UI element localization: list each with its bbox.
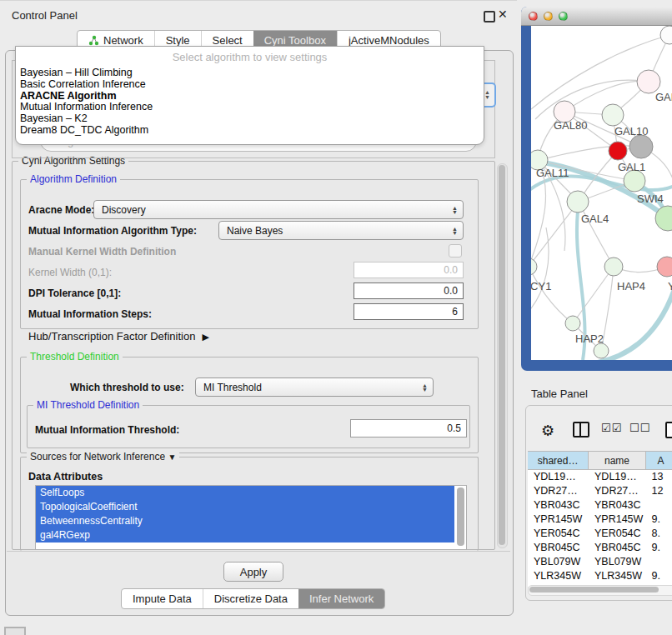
node-GAL1[interactable] xyxy=(609,142,627,160)
which-threshold-value: MI Threshold xyxy=(203,382,262,393)
node-GAL4[interactable] xyxy=(567,191,589,212)
mi-steps-value: 6 xyxy=(452,306,458,318)
table-row[interactable]: YDR27…YDR27…12 xyxy=(528,484,672,498)
dpi-tolerance-input[interactable]: 0.0 xyxy=(354,282,464,299)
tab-impute-data[interactable]: Impute Data xyxy=(122,589,203,608)
table-row[interactable]: YBL079WYBL079W xyxy=(528,555,672,569)
node-label-SWI4: SWI4 xyxy=(637,192,664,205)
table-rows: YDL19…YDL19…13YDR27…YDR27…12YBR043CYBR04… xyxy=(528,470,672,587)
settings-scrollbar-thumb[interactable] xyxy=(499,165,505,545)
column-header-name[interactable]: name xyxy=(589,452,646,469)
node-gray[interactable] xyxy=(629,135,653,158)
float-window-icon[interactable] xyxy=(484,11,495,22)
table-hscrollbar[interactable] xyxy=(528,585,672,596)
minimize-traffic-light[interactable] xyxy=(544,12,553,21)
aracne-mode-combo[interactable]: Discovery ▲▼ xyxy=(93,200,464,219)
document-icon[interactable] xyxy=(665,422,672,438)
tab-infer-network[interactable]: Infer Network xyxy=(298,589,384,608)
attribute-item-selected[interactable]: TopologicalCoefficient xyxy=(36,500,454,514)
hub-definition-toggle[interactable]: Hub/Transcription Factor Definition▶ xyxy=(28,330,209,342)
table-header-row: shared…nameA xyxy=(528,451,672,470)
attribute-item-selected[interactable]: BetweennessCentrality xyxy=(36,514,454,528)
table-row[interactable]: YER054CYER054C8. xyxy=(528,527,672,541)
minimized-panel-icon[interactable] xyxy=(4,627,26,635)
algorithm-option[interactable]: Mutual Information Inference xyxy=(16,102,484,113)
tab-discretize-data[interactable]: Discretize Data xyxy=(203,589,298,608)
sources-legend: Sources for Network Inference ▼ xyxy=(27,451,179,462)
table-cell: 12 xyxy=(646,484,672,498)
attribute-item-selected[interactable]: gal4RGexp xyxy=(36,528,454,542)
algorithm-option[interactable]: Bayesian – K2 xyxy=(16,113,484,125)
columns-icon[interactable] xyxy=(573,422,589,438)
aracne-mode-label: Aracne Mode: xyxy=(28,204,94,216)
table-cell: YER054C xyxy=(528,527,589,541)
tab-label: Select xyxy=(213,34,243,47)
mi-type-combo[interactable]: Naive Bayes ▲▼ xyxy=(218,221,464,240)
network-window-titlebar[interactable] xyxy=(521,7,672,26)
node-GAL10[interactable] xyxy=(602,104,624,126)
data-attributes-label: Data Attributes xyxy=(28,471,103,482)
node-top[interactable] xyxy=(660,26,672,44)
algorithm-option[interactable]: Bayesian – Hill Climbing xyxy=(16,68,484,79)
table-row[interactable]: YLR345WYLR345W9. xyxy=(528,569,672,583)
node-HAP4[interactable] xyxy=(604,258,623,276)
mi-threshold-legend: MI Threshold Definition xyxy=(33,399,143,411)
table-cell: 8. xyxy=(646,527,672,541)
table-cell: YLR345W xyxy=(589,569,646,583)
attribute-item-selected[interactable]: SelfLoops xyxy=(36,486,454,500)
control-panel-title: Control Panel xyxy=(12,9,78,22)
manual-kernel-label: Manual Kernel Width Definition xyxy=(28,246,176,258)
network-edge[interactable] xyxy=(579,202,614,267)
checked-boxes-icon[interactable]: ☑☑ xyxy=(601,422,622,434)
column-header-A[interactable]: A xyxy=(646,452,672,469)
which-threshold-label: Which threshold to use: xyxy=(70,382,184,393)
kernel-width-input: 0.0 xyxy=(354,262,464,278)
table-cell: YDR27… xyxy=(589,484,646,498)
manual-kernel-checkbox[interactable] xyxy=(449,244,462,258)
unchecked-boxes-icon[interactable]: ☐☐ xyxy=(629,422,650,434)
network-edge[interactable] xyxy=(531,202,579,267)
dpi-tolerance-value: 0.0 xyxy=(444,285,458,297)
node-pink-right[interactable] xyxy=(657,257,672,277)
algorithm-option[interactable]: Basic Correlation Inference xyxy=(16,79,484,91)
node-bottom[interactable] xyxy=(594,343,609,358)
node-pink-top[interactable] xyxy=(637,70,660,93)
table-hscrollbar-thumb[interactable] xyxy=(529,587,659,592)
table-cell: YPR145W xyxy=(589,512,646,527)
apply-button[interactable]: Apply xyxy=(223,562,283,582)
table-row[interactable]: YBR045CYBR045C9. xyxy=(528,541,672,555)
mi-type-label: Mutual Information Algorithm Type: xyxy=(28,225,197,237)
data-attributes-list[interactable]: SelfLoopsTopologicalCoefficientBetweenne… xyxy=(35,485,467,550)
zoom-traffic-light[interactable] xyxy=(559,12,568,21)
table-row[interactable]: YBR043CYBR043C xyxy=(528,498,672,512)
table-cell: YBL079W xyxy=(528,555,589,569)
table-cell: 9. xyxy=(646,512,672,527)
tab-label: Discretize Data xyxy=(214,592,288,605)
close-traffic-light[interactable] xyxy=(529,12,538,21)
network-edge[interactable] xyxy=(598,289,672,360)
mi-steps-input[interactable]: 6 xyxy=(354,303,464,320)
which-threshold-combo[interactable]: MI Threshold ▲▼ xyxy=(195,378,434,397)
node-label-GAL4: GAL4 xyxy=(581,212,609,225)
node-label-GAL1: GAL1 xyxy=(618,161,645,173)
column-header-shared[interactable]: shared… xyxy=(528,452,589,469)
node-label-GAL10: GAL10 xyxy=(614,125,648,138)
network-edge[interactable] xyxy=(531,267,573,323)
network-canvas[interactable]: GALGAL80GAL10GAL1GAL11SWI4GAL4GCY1HAP4YH… xyxy=(531,26,672,360)
attributes-scrollbar-thumb[interactable] xyxy=(457,488,464,546)
node-table: shared…nameA YDL19…YDL19…13YDR27…YDR27…1… xyxy=(528,451,672,587)
settings-scrollbar[interactable] xyxy=(497,163,508,548)
algorithm-option[interactable]: Dream8 DC_TDC Algorithm xyxy=(16,125,484,137)
node-HAP2[interactable] xyxy=(565,316,580,331)
tab-label: Infer Network xyxy=(309,592,374,605)
algorithm-option[interactable]: ARACNE Algorithm xyxy=(16,91,484,102)
threshold-definition-legend: Threshold Definition xyxy=(27,351,123,362)
table-row[interactable]: YPR145WYPR145W9. xyxy=(528,512,672,527)
node-GCY1[interactable] xyxy=(531,258,537,275)
table-row[interactable]: YDL19…YDL19…13 xyxy=(528,470,672,484)
expanded-arrow-icon[interactable]: ▼ xyxy=(168,452,176,462)
close-icon[interactable]: ✕ xyxy=(498,8,508,21)
gear-icon[interactable]: ⚙ xyxy=(541,422,554,440)
mi-threshold-input[interactable]: 0.5 xyxy=(350,419,467,438)
tab-label: jActiveMNodules xyxy=(349,34,429,47)
